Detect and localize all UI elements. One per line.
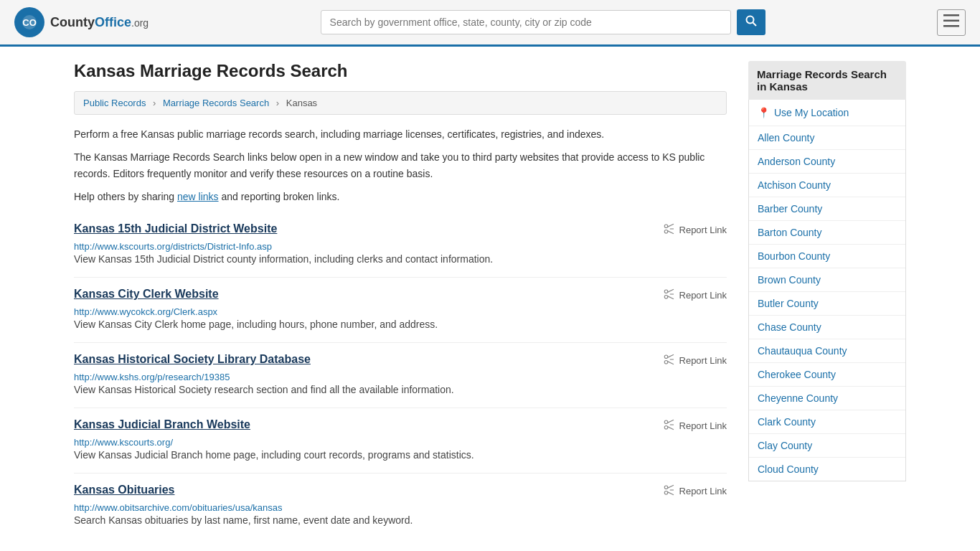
result-url-1[interactable]: http://www.wycokck.org/Clerk.aspx	[74, 306, 217, 317]
report-link-0[interactable]: Report Link	[663, 222, 727, 237]
description-2: The Kansas Marriage Records Search links…	[74, 149, 727, 182]
description-3-after: and reporting broken links.	[219, 191, 340, 202]
scissors-icon-1	[663, 288, 676, 303]
sidebar-county-anderson-county[interactable]: Anderson County	[749, 150, 905, 174]
description-3-before: Help others by sharing	[74, 191, 177, 202]
svg-point-19	[664, 360, 668, 364]
svg-point-24	[664, 425, 668, 429]
use-my-location-label: Use My Location	[774, 107, 849, 118]
result-url-3[interactable]: http://www.kscourts.org/	[74, 437, 173, 448]
result-url-4[interactable]: http://www.obitsarchive.com/obituaries/u…	[74, 502, 282, 513]
svg-rect-7	[943, 25, 959, 27]
scissors-icon-2	[663, 353, 676, 368]
result-item: Kansas Obituaries Report Link http:/	[74, 474, 727, 538]
scissors-icon-0	[663, 222, 676, 237]
result-item: Kansas Historical Society Library Databa…	[74, 343, 727, 408]
result-item: Kansas Judicial Branch Website Report Li…	[74, 408, 727, 474]
svg-line-30	[667, 485, 674, 488]
result-desc-3: View Kansas Judicial Branch home page, i…	[74, 448, 727, 463]
result-header: Kansas Historical Society Library Databa…	[74, 353, 727, 368]
result-title-2[interactable]: Kansas Historical Society Library Databa…	[74, 353, 311, 366]
result-item: Kansas 15th Judicial District Website Re…	[74, 212, 727, 278]
breadcrumb: Public Records › Marriage Records Search…	[74, 91, 727, 115]
result-item: Kansas City Clerk Website Report Link	[74, 278, 727, 343]
result-desc-4: Search Kansas obituaries by last name, f…	[74, 513, 727, 528]
description-1: Perform a free Kansas public marriage re…	[74, 126, 727, 142]
report-link-label-3: Report Link	[679, 420, 727, 431]
result-header: Kansas City Clerk Website Report Link	[74, 288, 727, 303]
new-links[interactable]: new links	[177, 191, 219, 202]
sidebar-county-barber-county[interactable]: Barber County	[749, 197, 905, 221]
sidebar-county-cheyenne-county[interactable]: Cheyenne County	[749, 387, 905, 410]
result-url-0[interactable]: http://www.kscourts.org/districts/Distri…	[74, 241, 272, 252]
scissors-icon-3	[663, 418, 676, 433]
description-3: Help others by sharing new links and rep…	[74, 189, 727, 204]
svg-point-9	[664, 230, 668, 233]
result-desc-1: View Kansas City Clerk home page, includ…	[74, 317, 727, 332]
breadcrumb-public-records[interactable]: Public Records	[83, 98, 146, 108]
search-input[interactable]	[321, 10, 731, 34]
main-content: Kansas Marriage Records Search Public Re…	[74, 61, 727, 538]
result-title-3[interactable]: Kansas Judicial Branch Website	[74, 418, 250, 431]
svg-rect-5	[943, 14, 959, 17]
result-title-1[interactable]: Kansas City Clerk Website	[74, 288, 219, 301]
svg-point-29	[664, 491, 668, 494]
svg-point-8	[664, 225, 668, 228]
sidebar-section: 📍 Use My Location Allen CountyAnderson C…	[748, 100, 906, 481]
use-my-location[interactable]: 📍 Use My Location	[749, 100, 905, 126]
sidebar-county-chautauqua-county[interactable]: Chautauqua County	[749, 339, 905, 363]
report-link-4[interactable]: Report Link	[663, 484, 727, 499]
report-link-label-1: Report Link	[679, 290, 727, 301]
sidebar-county-barton-county[interactable]: Barton County	[749, 221, 905, 245]
logo-text: CountyOffice.org	[50, 15, 149, 30]
breadcrumb-kansas: Kansas	[286, 98, 317, 108]
sidebar-county-cloud-county[interactable]: Cloud County	[749, 458, 905, 481]
svg-line-16	[667, 296, 674, 298]
sidebar-county-cherokee-county[interactable]: Cherokee County	[749, 363, 905, 387]
page-title: Kansas Marriage Records Search	[74, 61, 727, 81]
sidebar-county-allen-county[interactable]: Allen County	[749, 126, 905, 150]
menu-button[interactable]	[937, 9, 966, 36]
svg-line-15	[667, 289, 674, 292]
sidebar-county-bourbon-county[interactable]: Bourbon County	[749, 245, 905, 268]
report-link-label-2: Report Link	[679, 355, 727, 366]
svg-line-26	[667, 426, 674, 429]
svg-text:CO: CO	[22, 17, 37, 28]
scissors-icon-4	[663, 484, 676, 499]
breadcrumb-marriage-records[interactable]: Marriage Records Search	[163, 98, 269, 108]
report-link-label-0: Report Link	[679, 225, 727, 235]
breadcrumb-sep-2: ›	[276, 98, 279, 108]
result-title-0[interactable]: Kansas 15th Judicial District Website	[74, 222, 277, 235]
result-url-2[interactable]: http://www.kshs.org/p/research/19385	[74, 372, 230, 382]
svg-line-31	[667, 491, 674, 494]
result-header: Kansas 15th Judicial District Website Re…	[74, 222, 727, 237]
results-container: Kansas 15th Judicial District Website Re…	[74, 212, 727, 538]
result-header: Kansas Obituaries Report Link	[74, 484, 727, 499]
breadcrumb-sep-1: ›	[153, 98, 156, 108]
sidebar-county-chase-county[interactable]: Chase County	[749, 316, 905, 339]
svg-line-10	[667, 224, 674, 227]
sidebar-county-atchison-county[interactable]: Atchison County	[749, 174, 905, 197]
result-title-4[interactable]: Kansas Obituaries	[74, 484, 175, 496]
report-link-label-4: Report Link	[679, 486, 727, 496]
site-header: CO CountyOffice.org	[0, 0, 980, 47]
svg-line-20	[667, 354, 674, 357]
svg-point-13	[664, 290, 668, 293]
search-area	[321, 9, 765, 35]
content-wrapper: Kansas Marriage Records Search Public Re…	[60, 47, 920, 551]
sidebar-county-clay-county[interactable]: Clay County	[749, 434, 905, 458]
sidebar-title: Marriage Records Search in Kansas	[748, 61, 906, 100]
report-link-1[interactable]: Report Link	[663, 288, 727, 303]
svg-point-28	[664, 486, 668, 489]
sidebar-county-butler-county[interactable]: Butler County	[749, 292, 905, 316]
search-button[interactable]	[737, 9, 765, 35]
sidebar: Marriage Records Search in Kansas 📍 Use …	[748, 61, 906, 538]
report-link-3[interactable]: Report Link	[663, 418, 727, 433]
result-header: Kansas Judicial Branch Website Report Li…	[74, 418, 727, 433]
result-desc-0: View Kansas 15th Judicial District count…	[74, 252, 727, 267]
sidebar-county-clark-county[interactable]: Clark County	[749, 410, 905, 434]
report-link-2[interactable]: Report Link	[663, 353, 727, 368]
sidebar-county-brown-county[interactable]: Brown County	[749, 268, 905, 292]
logo-area: CO CountyOffice.org	[14, 7, 149, 37]
svg-line-25	[667, 420, 674, 423]
